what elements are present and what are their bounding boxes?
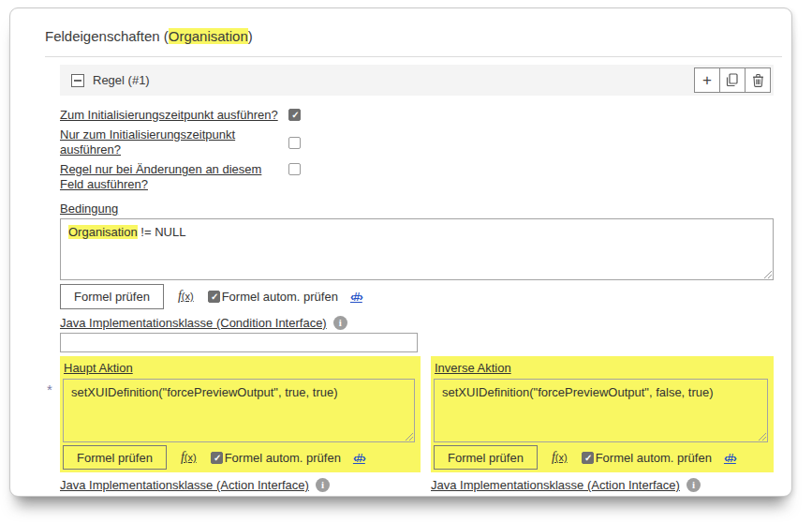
inverse-action-check-row: Formel prüfen f(x) Formel autom. prüfen … [434, 445, 768, 470]
page-title-prefix: Feldeigenschaften ( [45, 28, 169, 44]
fx-function-icon[interactable]: f(x) [178, 289, 194, 304]
rule-section: Regel (#1) + [60, 65, 774, 492]
inverse-action-label[interactable]: Inverse Aktion [435, 361, 511, 375]
check-formula-button[interactable]: Formel prüfen [434, 445, 538, 470]
option-row-on-change: Regel nur bei Änderungen an diesem Feld … [60, 162, 774, 192]
copy-rule-button[interactable] [719, 67, 746, 93]
placeholder-hash-link[interactable]: ‹#› [350, 290, 362, 304]
resize-grip-icon[interactable] [757, 431, 766, 441]
info-icon[interactable]: i [316, 478, 330, 492]
condition-class-label-row: Java Implementationsklasse (Condition In… [60, 316, 774, 330]
copy-icon [726, 73, 739, 87]
rule-toolbar: + [695, 67, 771, 93]
resize-grip-icon[interactable] [762, 269, 772, 278]
condition-class-input[interactable] [60, 333, 418, 352]
rule-title: Regel (#1) [93, 73, 150, 87]
feldeigenschaften-panel: Feldeigenschaften (Organisation) Regel (… [9, 7, 792, 497]
page-title-field-name: Organisation [169, 28, 248, 44]
required-marker: * [47, 381, 52, 397]
option-checkbox-on-change[interactable] [288, 163, 301, 175]
condition-class-label[interactable]: Java Implementationsklasse (Condition In… [60, 316, 327, 330]
placeholder-hash-link[interactable]: ‹#› [353, 451, 365, 465]
main-action-class-label-row: Java Implementationsklasse (Action Inter… [60, 478, 431, 492]
inverse-action-code: setXUIDefinition("forcePreviewOutput", f… [442, 385, 714, 399]
check-formula-button[interactable]: Formel prüfen [63, 445, 167, 470]
auto-check-checkbox[interactable] [208, 291, 220, 303]
resize-grip-icon[interactable] [404, 431, 413, 441]
option-checkbox-only-init[interactable] [288, 137, 301, 149]
option-row-init: Zum Initialisierungszeitpunkt ausführen? [60, 108, 774, 123]
main-action-column: Haupt Aktion setXUIDefinition("forcePrev… [60, 356, 421, 472]
main-action-label[interactable]: Haupt Aktion [64, 361, 133, 375]
option-label-on-change[interactable]: Regel nur bei Änderungen an diesem Feld … [60, 162, 288, 192]
plus-icon: + [702, 72, 712, 88]
page-title-suffix: ) [248, 28, 253, 44]
fx-function-icon[interactable]: f(x) [552, 450, 568, 465]
info-icon[interactable]: i [687, 478, 701, 492]
main-action-textarea[interactable]: setXUIDefinition("forcePreviewOutput", t… [63, 379, 415, 442]
inverse-action-class-label[interactable]: Java Implementationsklasse (Action Inter… [431, 478, 680, 492]
info-icon[interactable]: i [333, 316, 347, 330]
auto-check-label: Formel autom. prüfen [225, 451, 341, 465]
trash-icon [752, 73, 764, 87]
placeholder-hash-link[interactable]: ‹#› [724, 451, 736, 465]
condition-check-row: Formel prüfen f(x) Formel autom. prüfen … [60, 283, 774, 309]
rule-header-bar: Regel (#1) + [60, 65, 774, 96]
inverse-action-column: Inverse Aktion setXUIDefinition("forcePr… [431, 356, 774, 472]
action-class-row: Java Implementationsklasse (Action Inter… [60, 478, 774, 492]
inverse-action-textarea[interactable]: setXUIDefinition("forcePreviewOutput", f… [434, 379, 768, 442]
main-action-check-row: Formel prüfen f(x) Formel autom. prüfen … [63, 445, 415, 470]
page-title: Feldeigenschaften (Organisation) [45, 28, 791, 44]
option-label-init[interactable]: Zum Initialisierungszeitpunkt ausführen? [60, 108, 288, 123]
option-label-only-init[interactable]: Nur zum Initialisierungszeitpunkt ausfüh… [60, 127, 288, 157]
condition-label[interactable]: Bedingung [60, 202, 118, 216]
delete-rule-button[interactable] [745, 67, 771, 93]
title-divider [45, 56, 782, 57]
option-checkbox-init[interactable] [288, 109, 301, 121]
auto-check-label: Formel autom. prüfen [222, 290, 338, 304]
auto-check-checkbox[interactable] [582, 452, 594, 464]
auto-check-checkbox[interactable] [211, 452, 223, 464]
auto-check-label: Formel autom. prüfen [596, 451, 712, 465]
add-rule-button[interactable]: + [694, 67, 720, 93]
condition-value-highlight: Organisation [68, 225, 138, 239]
inverse-action-class-label-row: Java Implementationsklasse (Action Inter… [431, 478, 774, 492]
main-action-code: setXUIDefinition("forcePreviewOutput", t… [71, 385, 338, 399]
condition-value-rest: != NULL [138, 225, 186, 239]
fx-function-icon[interactable]: f(x) [181, 450, 197, 465]
check-formula-button[interactable]: Formel prüfen [60, 284, 164, 309]
option-row-only-init: Nur zum Initialisierungszeitpunkt ausfüh… [60, 127, 774, 157]
collapse-minus-icon[interactable] [71, 74, 84, 87]
rule-options: Zum Initialisierungszeitpunkt ausführen?… [60, 108, 774, 192]
condition-textarea[interactable]: Organisation != NULL [60, 218, 774, 280]
condition-label-row: Bedingung [60, 200, 774, 217]
actions-block: * Haupt Aktion setXUIDefinition("forcePr… [60, 356, 774, 472]
main-action-class-label[interactable]: Java Implementationsklasse (Action Inter… [60, 478, 309, 492]
